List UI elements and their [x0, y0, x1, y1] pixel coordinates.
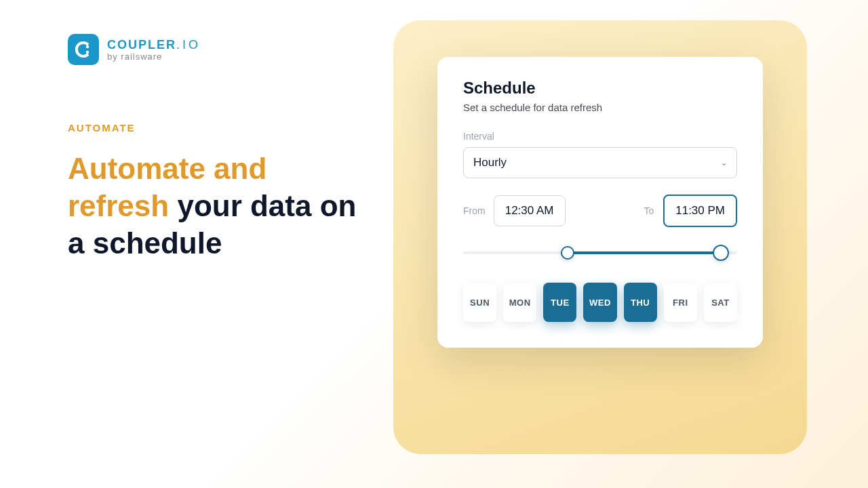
interval-select[interactable]: Hourly ⌄ [463, 147, 737, 178]
brand-suffix: .IO [176, 38, 201, 52]
card-title: Schedule [463, 79, 737, 98]
day-chip-tue[interactable]: TUE [543, 283, 576, 322]
from-label: From [463, 205, 486, 216]
svg-point-0 [86, 45, 89, 48]
brand-logo: COUPLER.IO by railsware [68, 34, 201, 65]
interval-value: Hourly [473, 156, 507, 169]
day-chip-sat[interactable]: SAT [704, 283, 737, 322]
from-time-input[interactable]: 12:30 AM [494, 195, 566, 226]
schedule-card: Schedule Set a schedule for data refresh… [437, 57, 763, 348]
day-chip-wed[interactable]: WED [583, 283, 616, 322]
slider-handle-start[interactable] [561, 246, 574, 260]
day-chip-thu[interactable]: THU [624, 283, 657, 322]
day-chip-mon[interactable]: MON [503, 283, 536, 322]
brand-name: COUPLER [107, 38, 176, 52]
to-time-input[interactable]: 11:30 PM [663, 195, 737, 227]
interval-label: Interval [463, 131, 737, 142]
slider-fill [568, 251, 721, 254]
hero-section: AUTOMATE Automate and refresh your data … [68, 122, 366, 262]
eyebrow-label: AUTOMATE [68, 122, 366, 134]
brand-byline: by railsware [107, 52, 201, 62]
to-label: To [644, 205, 654, 216]
day-chip-fri[interactable]: FRI [664, 283, 697, 322]
logo-mark-icon [68, 34, 99, 65]
chevron-down-icon: ⌄ [721, 159, 727, 167]
card-subtitle: Set a schedule for data refresh [463, 102, 737, 113]
day-chip-sun[interactable]: SUN [463, 283, 496, 322]
slider-handle-end[interactable] [713, 245, 729, 261]
time-range-slider[interactable] [463, 245, 737, 261]
headline: Automate and refresh your data on a sche… [68, 150, 366, 262]
day-selector: SUNMONTUEWEDTHUFRISAT [463, 283, 737, 322]
svg-point-1 [86, 51, 89, 54]
